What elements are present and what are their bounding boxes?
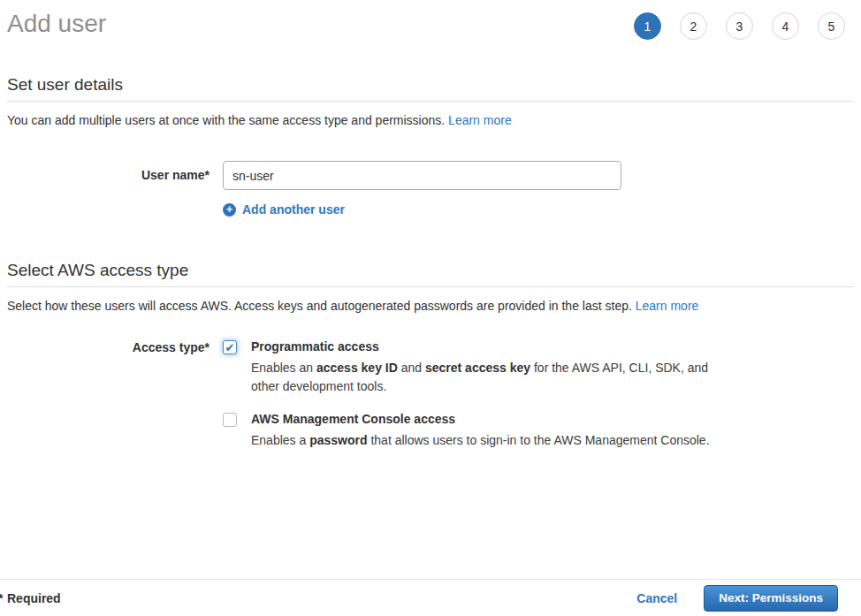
learn-more-link-user-details[interactable]: Learn more (448, 113, 512, 127)
desc-bold: access key ID (316, 361, 398, 375)
intro-text: You can add multiple users at once with … (7, 113, 445, 127)
step-1-badge: 1 (634, 12, 661, 40)
desc-text: Enables a (251, 433, 309, 447)
access-type-intro: Select how these users will access AWS. … (7, 298, 854, 315)
learn-more-link-access-type[interactable]: Learn more (636, 299, 699, 313)
page-title: Add user (7, 9, 106, 39)
desc-bold: secret access key (425, 361, 530, 375)
intro-text: Select how these users will access AWS. … (7, 299, 632, 313)
user-name-row: User name* + Add another user (0, 161, 861, 217)
option-title: Programmatic access (251, 339, 715, 354)
step-3-badge: 3 (726, 12, 753, 40)
desc-bold: password (309, 433, 367, 447)
option-description: Enables an access key ID and secret acce… (251, 359, 715, 396)
required-label: Required (7, 591, 61, 605)
user-name-input[interactable] (223, 161, 621, 190)
desc-text: Enables an (251, 361, 316, 375)
user-name-content: + Add another user (223, 161, 621, 217)
access-type-options: ✔ Programmatic access Enables an access … (223, 339, 715, 450)
step-4-badge: 4 (772, 12, 799, 40)
add-user-page: Add user 1 2 3 4 5 Set user details You … (0, 0, 861, 616)
page-footer: * Required Cancel Next: Permissions (0, 579, 861, 616)
access-type-heading: Select AWS access type (7, 261, 854, 287)
console-access-checkbox[interactable] (223, 413, 237, 427)
check-icon: ✔ (225, 342, 235, 354)
console-access-text: AWS Management Console access Enables a … (251, 412, 710, 450)
footer-actions: Cancel Next: Permissions (636, 585, 838, 612)
console-access-option: AWS Management Console access Enables a … (223, 412, 715, 450)
programmatic-access-option: ✔ Programmatic access Enables an access … (223, 339, 715, 396)
next-permissions-button[interactable]: Next: Permissions (704, 585, 838, 612)
required-asterisk: * (0, 591, 3, 605)
option-title: AWS Management Console access (251, 412, 710, 427)
cancel-button[interactable]: Cancel (636, 591, 677, 605)
step-2-badge: 2 (680, 12, 707, 40)
add-another-user-button[interactable]: + Add another user (223, 202, 621, 217)
access-type-row: Access type* ✔ Programmatic access Enabl… (0, 339, 861, 450)
programmatic-access-checkbox[interactable]: ✔ (223, 340, 237, 354)
option-description: Enables a password that allows users to … (251, 431, 710, 450)
plus-icon: + (223, 203, 236, 217)
set-user-details-intro: You can add multiple users at once with … (7, 112, 854, 129)
desc-text: and (398, 361, 425, 375)
required-note: * Required (7, 591, 61, 605)
desc-text: that allows users to sign-in to the AWS … (368, 433, 710, 447)
set-user-details-heading: Set user details (7, 75, 854, 102)
add-another-user-label: Add another user (242, 202, 345, 217)
programmatic-access-text: Programmatic access Enables an access ke… (251, 339, 715, 396)
step-5-badge: 5 (818, 12, 845, 40)
page-header: Add user 1 2 3 4 5 (0, 0, 861, 40)
step-indicator: 1 2 3 4 5 (634, 12, 845, 40)
access-type-label: Access type* (7, 339, 210, 450)
user-name-label: User name* (7, 161, 210, 217)
